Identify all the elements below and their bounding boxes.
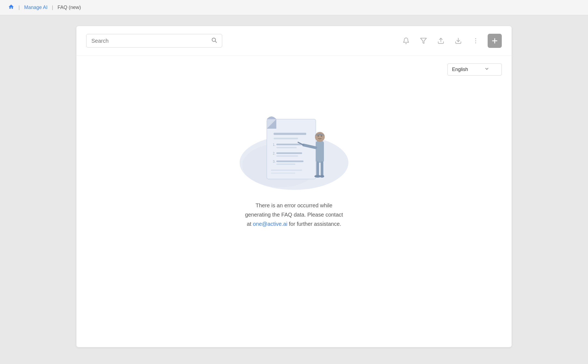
svg-rect-16 xyxy=(274,138,298,139)
svg-point-37 xyxy=(321,135,322,137)
svg-point-0 xyxy=(212,38,216,42)
home-icon[interactable] xyxy=(8,4,14,11)
breadcrumb-separator-1: | xyxy=(18,5,20,10)
toolbar xyxy=(76,26,512,56)
upload-button[interactable] xyxy=(435,35,446,46)
svg-point-36 xyxy=(318,135,319,137)
svg-line-1 xyxy=(215,41,217,43)
svg-point-6 xyxy=(475,40,476,41)
breadcrumb-manage-ai[interactable]: Manage AI xyxy=(24,5,48,10)
svg-marker-2 xyxy=(420,38,426,44)
svg-point-29 xyxy=(315,132,325,142)
svg-rect-15 xyxy=(274,133,306,135)
top-bar: | Manage AI | FAQ (new) xyxy=(0,0,588,15)
breadcrumb-current: FAQ (new) xyxy=(57,5,81,10)
svg-point-35 xyxy=(320,175,324,178)
toolbar-actions xyxy=(401,34,502,48)
svg-rect-22 xyxy=(276,155,298,157)
svg-rect-27 xyxy=(271,172,295,174)
content-card: English xyxy=(76,26,512,347)
svg-rect-26 xyxy=(271,169,302,171)
empty-state: 1. 2. 3. xyxy=(76,87,512,245)
error-illustration: 1. 2. 3. xyxy=(231,103,357,190)
language-label: English xyxy=(452,67,468,72)
chevron-down-icon xyxy=(484,66,489,73)
error-text-line1: There is an error occurred while xyxy=(256,202,332,208)
filter-button[interactable] xyxy=(418,35,429,46)
error-text-line4: for further assistance. xyxy=(287,221,341,227)
notifications-button[interactable] xyxy=(401,35,411,46)
search-container xyxy=(86,34,222,48)
main-wrapper: English xyxy=(0,15,588,364)
breadcrumb-separator-2: | xyxy=(52,5,53,10)
error-text-line2: generating the FAQ data. Please contact xyxy=(245,212,343,218)
add-button[interactable] xyxy=(488,34,502,48)
svg-text:2.: 2. xyxy=(273,152,276,155)
svg-rect-19 xyxy=(276,147,297,148)
svg-rect-24 xyxy=(276,161,304,162)
error-text-line3: at xyxy=(247,221,253,227)
download-button[interactable] xyxy=(453,35,464,46)
error-message: There is an error occurred while generat… xyxy=(245,201,343,229)
svg-rect-21 xyxy=(276,152,302,154)
svg-rect-25 xyxy=(276,164,295,165)
svg-point-7 xyxy=(475,42,476,43)
svg-rect-32 xyxy=(316,161,319,176)
search-button[interactable] xyxy=(211,37,217,45)
search-input[interactable] xyxy=(91,38,209,44)
more-options-button[interactable] xyxy=(470,35,481,46)
email-link[interactable]: one@active.ai xyxy=(253,221,287,227)
language-section: English xyxy=(76,56,512,76)
language-selector[interactable]: English xyxy=(447,63,502,76)
svg-rect-28 xyxy=(316,141,324,163)
svg-text:3.: 3. xyxy=(273,160,276,164)
svg-text:1.: 1. xyxy=(273,143,276,147)
svg-rect-33 xyxy=(321,161,323,176)
svg-point-5 xyxy=(475,38,476,39)
svg-rect-18 xyxy=(276,144,304,145)
